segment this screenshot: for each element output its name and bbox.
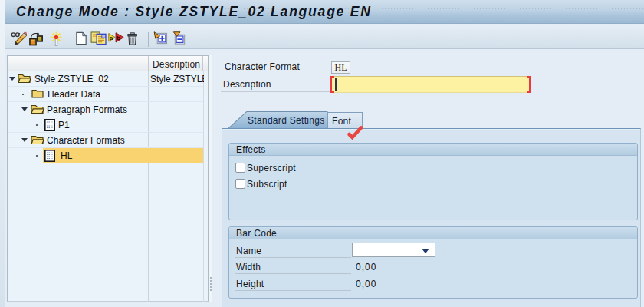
svg-text:b: b <box>117 35 120 41</box>
